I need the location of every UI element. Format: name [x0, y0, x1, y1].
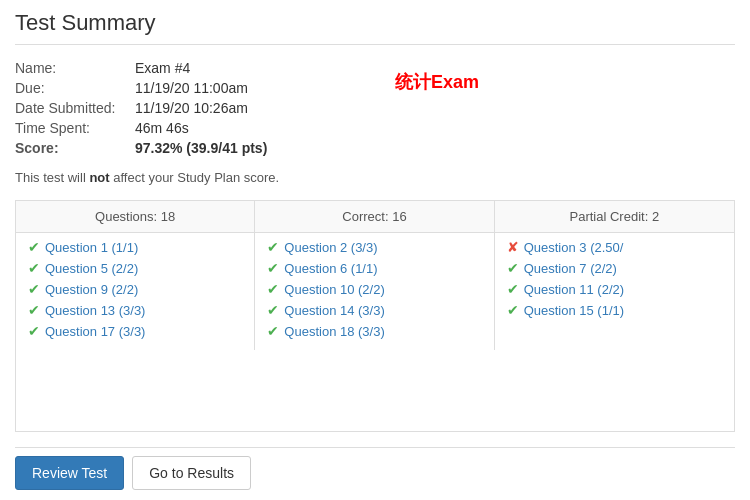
name-value: Exam #4	[135, 60, 190, 76]
correct-icon: ✔	[507, 281, 519, 297]
submitted-label: Date Submitted:	[15, 100, 135, 116]
study-plan-note: This test will not affect your Study Pla…	[15, 170, 735, 185]
question-item: ✔Question 1 (1/1)	[28, 239, 242, 255]
questions-grid: Questions: 18 Correct: 16 Partial Credit…	[15, 200, 735, 432]
questions-col1: ✔Question 1 (1/1)✔Question 5 (2/2)✔Quest…	[16, 233, 255, 350]
correct-icon: ✔	[267, 323, 279, 339]
correct-icon: ✔	[267, 302, 279, 318]
submitted-value: 11/19/20 10:26am	[135, 100, 248, 116]
info-row-due: Due: 11/19/20 11:00am	[15, 80, 735, 96]
questions-col2: ✔Question 2 (3/3)✔Question 6 (1/1)✔Quest…	[255, 233, 494, 350]
question-item: ✔Question 17 (3/3)	[28, 323, 242, 339]
question-link[interactable]: Question 18 (3/3)	[284, 324, 384, 339]
question-link[interactable]: Question 14 (3/3)	[284, 303, 384, 318]
question-link[interactable]: Question 6 (1/1)	[284, 261, 377, 276]
col2-header: Correct: 16	[255, 201, 494, 232]
correct-icon: ✔	[267, 239, 279, 255]
correct-icon: ✔	[28, 302, 40, 318]
question-link[interactable]: Question 2 (3/3)	[284, 240, 377, 255]
correct-icon: ✔	[507, 260, 519, 276]
go-to-results-button[interactable]: Go to Results	[132, 456, 251, 490]
question-link[interactable]: Question 10 (2/2)	[284, 282, 384, 297]
question-link[interactable]: Question 11 (2/2)	[524, 282, 624, 297]
grid-body: ✔Question 1 (1/1)✔Question 5 (2/2)✔Quest…	[16, 233, 734, 350]
time-value: 46m 46s	[135, 120, 189, 136]
question-item: ✔Question 11 (2/2)	[507, 281, 722, 297]
correct-icon: ✔	[267, 260, 279, 276]
info-row-time: Time Spent: 46m 46s	[15, 120, 735, 136]
question-link[interactable]: Question 15 (1/1)	[524, 303, 624, 318]
time-label: Time Spent:	[15, 120, 135, 136]
info-row-submitted: Date Submitted: 11/19/20 10:26am 统计Exam	[15, 100, 735, 116]
question-item: ✔Question 9 (2/2)	[28, 281, 242, 297]
correct-icon: ✔	[28, 260, 40, 276]
score-value: 97.32% (39.9/41 pts)	[135, 140, 267, 156]
question-item: ✘Question 3 (2.50/	[507, 239, 722, 255]
correct-icon: ✔	[267, 281, 279, 297]
question-link[interactable]: Question 9 (2/2)	[45, 282, 138, 297]
info-row-name: Name: Exam #4	[15, 60, 735, 76]
question-item: ✔Question 18 (3/3)	[267, 323, 481, 339]
question-link[interactable]: Question 17 (3/3)	[45, 324, 145, 339]
due-label: Due:	[15, 80, 135, 96]
question-item: ✔Question 6 (1/1)	[267, 260, 481, 276]
grid-header: Questions: 18 Correct: 16 Partial Credit…	[16, 201, 734, 233]
page-title: Test Summary	[15, 10, 735, 45]
score-label: Score:	[15, 140, 135, 156]
info-table: Name: Exam #4 Due: 11/19/20 11:00am Date…	[15, 60, 735, 160]
questions-col3: ✘Question 3 (2.50/✔Question 7 (2/2)✔Ques…	[495, 233, 734, 350]
correct-icon: ✔	[28, 281, 40, 297]
question-item: ✔Question 15 (1/1)	[507, 302, 722, 318]
question-item: ✔Question 5 (2/2)	[28, 260, 242, 276]
question-item: ✔Question 14 (3/3)	[267, 302, 481, 318]
name-label: Name:	[15, 60, 135, 76]
correct-icon: ✔	[507, 302, 519, 318]
col1-header: Questions: 18	[16, 201, 255, 232]
question-item: ✔Question 2 (3/3)	[267, 239, 481, 255]
question-link[interactable]: Question 13 (3/3)	[45, 303, 145, 318]
question-link[interactable]: Question 3 (2.50/	[524, 240, 624, 255]
study-plan-bold: not	[89, 170, 109, 185]
correct-icon: ✔	[28, 323, 40, 339]
due-value: 11/19/20 11:00am	[135, 80, 248, 96]
footer-buttons: Review Test Go to Results	[15, 447, 735, 490]
col3-header: Partial Credit: 2	[495, 201, 734, 232]
question-item: ✔Question 7 (2/2)	[507, 260, 722, 276]
info-row-score: Score: 97.32% (39.9/41 pts)	[15, 140, 735, 156]
question-link[interactable]: Question 1 (1/1)	[45, 240, 138, 255]
review-test-button[interactable]: Review Test	[15, 456, 124, 490]
question-link[interactable]: Question 5 (2/2)	[45, 261, 138, 276]
question-link[interactable]: Question 7 (2/2)	[524, 261, 617, 276]
partial-icon: ✘	[507, 239, 519, 255]
question-item: ✔Question 13 (3/3)	[28, 302, 242, 318]
watermark: 统计Exam	[395, 70, 479, 94]
question-item: ✔Question 10 (2/2)	[267, 281, 481, 297]
correct-icon: ✔	[28, 239, 40, 255]
